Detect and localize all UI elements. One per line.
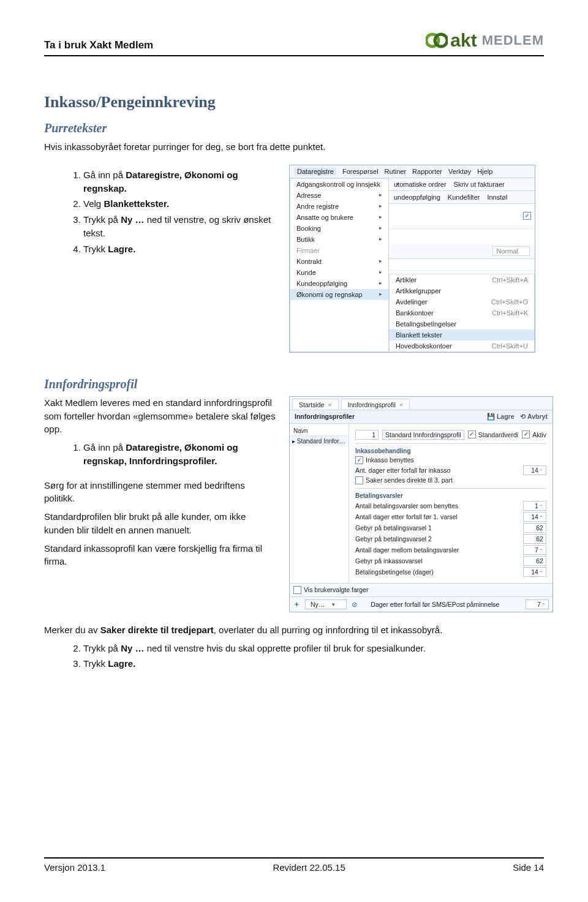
submenu-item[interactable]: ArtiklerCtrl+Skift+A <box>390 274 534 285</box>
checkbox[interactable] <box>523 212 531 220</box>
checkbox-standardverdi[interactable]: Standardverdi <box>468 430 518 438</box>
footer-version: Versjon 2013.1 <box>44 862 105 873</box>
toolbar: utomatiske ordrer Skriv ut fakturaer <box>389 178 535 191</box>
panel-header: Innfordringsprofiler 💾 Lagre ⟲ Avbryt <box>290 410 552 424</box>
footer-revised: Revidert 22.05.15 <box>273 862 345 873</box>
logo-icon <box>426 29 448 51</box>
field-label: Ant. dager etter forfall før inkasso <box>355 467 519 474</box>
heading-purretekster: Purretekster <box>44 121 544 135</box>
page-footer: Versjon 2013.1 Revidert 22.05.15 Side 14 <box>44 857 544 873</box>
column-header[interactable]: Navn <box>290 426 349 436</box>
add-icon[interactable]: ＋ <box>293 600 300 609</box>
menu-item[interactable]: Adresse <box>290 190 388 201</box>
menu-item[interactable]: Andre registre <box>290 201 388 212</box>
field-label: Antall betalingsvarsler som benyttes <box>355 502 519 509</box>
toolbar: undeoppfølging Kundefilter Innstøl <box>389 191 535 204</box>
tab-innfordringsprofil[interactable]: Innfordringsprofil× <box>341 399 410 410</box>
toolbar-item[interactable]: Skriv ut fakturaer <box>454 181 505 188</box>
body-text: Merker du av Saker direkte til tredjepar… <box>44 623 544 637</box>
spinner-input[interactable]: 14 <box>523 567 546 577</box>
menu-item[interactable]: Kundeoppfølging <box>290 278 388 289</box>
svg-point-1 <box>435 34 447 47</box>
id-input[interactable]: 1 <box>355 430 379 440</box>
lagre-button[interactable]: 💾 Lagre <box>487 413 514 421</box>
checkbox-inkasso-benyttes[interactable]: Inkasso benyttes <box>355 456 414 464</box>
close-icon[interactable]: × <box>328 401 331 408</box>
menu-item[interactable]: Butikk <box>290 234 388 245</box>
format-dropdown[interactable]: Normal <box>492 246 530 256</box>
menu-forespoersel[interactable]: Forespørsel <box>342 168 379 175</box>
avbryt-button[interactable]: ⟲ Avbryt <box>520 413 547 420</box>
menu-item[interactable]: Adgangskontroll og innsjekk <box>290 179 388 190</box>
menu-item[interactable]: Booking <box>290 223 388 234</box>
steps-list-2a: Gå inn på Dataregistre, Økonomi og regns… <box>59 441 277 468</box>
menu-hjelp[interactable]: Hjelp <box>477 168 492 175</box>
field-label: Dager etter forfall før SMS/EPost påminn… <box>371 601 521 608</box>
heading-innfordringsprofil: Innfordringsprofil <box>44 377 544 391</box>
submenu-item[interactable]: Artikkelgrupper <box>390 285 534 296</box>
dataregistre-dropdown: Adgangskontroll og innsjekk Adresse Andr… <box>290 178 389 352</box>
submenu-okonomi: ArtiklerCtrl+Skift+A Artikkelgrupper Avd… <box>389 274 535 352</box>
spinner-input[interactable]: 1 <box>523 501 546 511</box>
field-label: Gebyr på inkassovarsel <box>355 557 519 565</box>
submenu-item[interactable]: Betalingsbetingelser <box>390 318 534 329</box>
steps-list-2b: Trykk på Ny … ned til venstre hvis du sk… <box>59 642 544 671</box>
menu-verktoey[interactable]: Verktøy <box>448 168 471 175</box>
innfordring-intro: Xakt Medlem leveres med en standard innf… <box>44 396 277 436</box>
page-header: Ta i bruk Xakt Medlem akt MEDLEM <box>44 29 544 56</box>
ny-button[interactable]: Ny… <box>305 599 347 609</box>
group-title: Inkassobehandling <box>355 448 546 454</box>
spinner-input[interactable]: 7 <box>523 545 546 555</box>
submenu-item[interactable]: BankkontoerCtrl+Skift+K <box>390 307 534 318</box>
menubar: Dataregistre Forespørsel Rutiner Rapport… <box>290 165 535 178</box>
body-text: Sørg for at innstillingene stemmer med b… <box>44 479 277 506</box>
list-item[interactable]: ▸ Standard Innfordringsprofil <box>290 436 349 446</box>
name-input[interactable]: Standard Innfordringsprofil <box>382 430 464 440</box>
menu-rutiner[interactable]: Rutiner <box>385 168 406 175</box>
spinner-input[interactable]: 14 <box>523 512 546 522</box>
submenu-item[interactable]: AvdelingerCtrl+Skift+O <box>390 296 534 307</box>
checkbox-brukervalgte-farger[interactable]: Vis brukervalgte farger <box>293 586 368 594</box>
number-input[interactable]: 62 <box>523 556 546 566</box>
toolbar-item[interactable]: undeoppfølging <box>394 194 440 201</box>
format-toolbar: Normal <box>389 244 535 259</box>
submenu-item[interactable]: HovedbokskontoerCtrl+Skift+U <box>390 340 534 351</box>
number-input[interactable]: 62 <box>523 534 546 544</box>
group-title: Betalingsvarsler <box>355 492 546 499</box>
menu-dataregistre[interactable]: Dataregistre <box>295 168 336 175</box>
logo-text-2: MEDLEM <box>482 32 544 48</box>
footer-page: Side 14 <box>513 862 544 873</box>
header-title: Ta i bruk Xakt Medlem <box>44 39 153 51</box>
menu-item[interactable]: Kontrakt <box>290 256 388 267</box>
toolbar-item[interactable]: Kundefilter <box>448 194 480 201</box>
field-label: Gebyr på betalingsvarsel 2 <box>355 535 519 543</box>
submenu-item-blanketttekster[interactable]: Blankett tekster <box>390 329 534 340</box>
number-input[interactable]: 62 <box>523 523 546 533</box>
toolbar-item[interactable]: Innstøl <box>487 194 507 201</box>
menu-rapporter[interactable]: Rapporter <box>412 168 442 175</box>
field-label: Antall dager etter forfall før 1. varsel <box>355 513 519 521</box>
field-label: Antall dager mellom betalingsvarsler <box>355 546 519 554</box>
menu-item-disabled: Firmaer <box>290 245 388 256</box>
spinner-input[interactable]: 7 <box>526 599 549 609</box>
field-label: Gebyr på betalingsvarsel 1 <box>355 524 519 532</box>
logo: akt MEDLEM <box>426 29 544 51</box>
menu-item[interactable]: Kunde <box>290 267 388 278</box>
spinner-input[interactable]: 14 <box>523 465 546 475</box>
menu-item-okonomi[interactable]: Økonomi og regnskap <box>290 289 388 300</box>
close-icon[interactable]: × <box>399 401 403 408</box>
delete-icon[interactable]: ⊘ <box>352 601 357 608</box>
steps-list-1: Gå inn på Dataregistre, Økonomi og regns… <box>59 168 277 256</box>
intro-text: Hvis inkassobyrået foretar purringer for… <box>44 140 544 154</box>
field-label: Betalingsbetingelse (dager) <box>355 568 519 576</box>
toolbar-item[interactable]: utomatiske ordrer <box>394 181 447 188</box>
checkbox-saker-direkte[interactable]: Saker sendes direkte til 3. part <box>355 476 453 484</box>
tab-startside[interactable]: Startside× <box>292 399 339 410</box>
screenshot-innfordringsprofil: Startside× Innfordringsprofil× Innfordri… <box>289 396 553 612</box>
body-text: Standardprofilen blir brukt på alle kund… <box>44 510 277 537</box>
body-text: Standard inkassoprofil kan være forskjel… <box>44 542 277 569</box>
profile-list-sidebar: Navn ▸ Standard Innfordringsprofil <box>290 424 349 583</box>
menu-item[interactable]: Ansatte og brukere <box>290 212 388 223</box>
checkbox-aktiv[interactable]: Aktiv <box>522 430 546 438</box>
heading-inkasso: Inkasso/Pengeinnkreving <box>44 93 544 111</box>
